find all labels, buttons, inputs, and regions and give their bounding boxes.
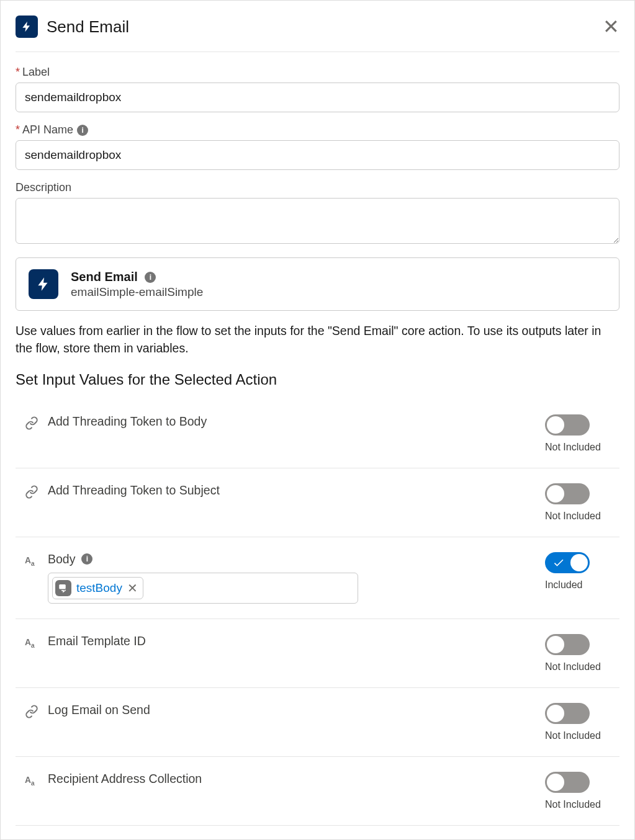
- toggle-knob: [547, 636, 564, 653]
- info-icon[interactable]: i: [77, 125, 88, 136]
- label-input[interactable]: [16, 83, 619, 112]
- param-row: AaRecipient Address CollectionNot Includ…: [16, 757, 619, 826]
- param-row: Add Threading Token to SubjectNot Includ…: [16, 468, 619, 537]
- param-row: Log Email on SendNot Included: [16, 688, 619, 757]
- toggle-status-label: Included: [545, 579, 613, 591]
- param-label: Add Threading Token to Subject: [48, 483, 545, 498]
- param-row: AaEmail Template IDNot Included: [16, 619, 619, 688]
- include-toggle[interactable]: [545, 703, 590, 724]
- selected-action-card: Send Email i emailSimple-emailSimple: [16, 257, 619, 311]
- toggle-status-label: Not Included: [545, 730, 613, 741]
- toggle-knob: [547, 774, 564, 791]
- param-label: Add Threading Token to Body: [48, 414, 545, 429]
- link-type-icon: [24, 416, 39, 431]
- section-title: Set Input Values for the Selected Action: [16, 371, 619, 388]
- svg-text:A: A: [25, 555, 31, 565]
- send-email-modal: Send Email ✕ *Label *API Namei Descripti…: [1, 1, 634, 840]
- toggle-knob: [547, 416, 564, 434]
- toggle-status-label: Not Included: [545, 442, 613, 453]
- modal-header: Send Email ✕: [16, 16, 619, 52]
- toggle-knob: [570, 554, 588, 571]
- toggle-status-label: Not Included: [545, 799, 613, 810]
- include-toggle[interactable]: [545, 634, 590, 655]
- svg-rect-4: [61, 587, 64, 588]
- close-button[interactable]: ✕: [603, 17, 619, 37]
- include-toggle[interactable]: [545, 483, 590, 504]
- modal-title: Send Email: [47, 17, 129, 37]
- toggle-knob: [547, 705, 564, 722]
- toggle-status-label: Not Included: [545, 661, 613, 672]
- action-type-icon: [16, 16, 38, 38]
- svg-text:a: a: [31, 642, 35, 649]
- remove-pill-button[interactable]: ✕: [127, 581, 138, 596]
- svg-rect-2: [59, 584, 66, 589]
- checkmark-icon: [552, 556, 564, 568]
- info-icon[interactable]: i: [145, 272, 156, 283]
- label-field-label: *Label: [16, 66, 619, 79]
- param-label: Log Email on Send: [48, 703, 545, 717]
- action-card-subtitle: emailSimple-emailSimple: [71, 285, 203, 299]
- svg-text:a: a: [31, 560, 35, 567]
- action-card-title: Send Email: [71, 270, 138, 284]
- help-text: Use values from earlier in the flow to s…: [16, 322, 619, 357]
- include-toggle[interactable]: [545, 414, 590, 436]
- input-params-list: Add Threading Token to BodyNot IncludedA…: [16, 400, 619, 840]
- svg-text:a: a: [31, 780, 35, 787]
- svg-text:A: A: [25, 775, 31, 784]
- link-type-icon: [24, 485, 39, 499]
- api-name-field-row: *API Namei: [16, 123, 619, 170]
- label-field-row: *Label: [16, 66, 619, 112]
- toggle-status-label: Not Included: [545, 511, 613, 522]
- text-type-icon: Aa: [24, 635, 39, 650]
- text-template-icon: [55, 580, 71, 596]
- param-label: Email Template ID: [48, 634, 545, 648]
- param-label: Bodyi: [48, 552, 545, 566]
- param-row: AaBodyitestBody✕Included: [16, 537, 619, 619]
- include-toggle[interactable]: [545, 552, 590, 573]
- text-type-icon: Aa: [24, 773, 39, 788]
- pill-text: testBody: [76, 581, 122, 595]
- link-type-icon: [24, 704, 39, 719]
- description-field-label: Description: [16, 181, 619, 194]
- svg-rect-3: [61, 586, 65, 586]
- description-textarea[interactable]: [16, 198, 619, 244]
- variable-pill[interactable]: testBody✕: [52, 577, 143, 599]
- resource-picker[interactable]: testBody✕: [48, 573, 358, 604]
- param-row: AaRecipient Address ListitestEmail5✕Incl…: [16, 826, 619, 840]
- info-icon[interactable]: i: [81, 553, 92, 565]
- action-icon: [29, 269, 58, 299]
- param-row: Add Threading Token to BodyNot Included: [16, 400, 619, 468]
- include-toggle[interactable]: [545, 772, 590, 793]
- text-type-icon: Aa: [24, 553, 39, 568]
- api-name-field-label: *API Namei: [16, 123, 619, 136]
- toggle-knob: [547, 485, 564, 503]
- description-field-row: Description: [16, 181, 619, 246]
- param-label: Recipient Address Collection: [48, 772, 545, 786]
- api-name-input[interactable]: [16, 140, 619, 170]
- svg-text:A: A: [25, 637, 31, 646]
